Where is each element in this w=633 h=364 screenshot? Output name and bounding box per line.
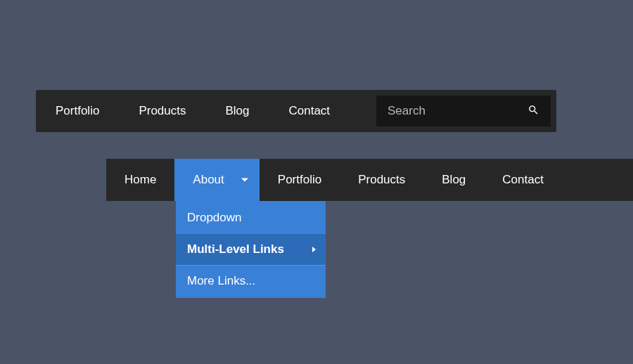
nav-link-portfolio[interactable]: Portfolio [36,90,119,132]
dropdown-menu: Dropdown Multi-Level Links More Links... [176,201,326,298]
search-box[interactable]: Search [376,96,551,126]
caret-down-icon [241,178,248,182]
search-icon[interactable] [528,104,539,119]
nav-link-about-label: About [193,173,224,187]
nav-link-about[interactable]: About [174,159,259,201]
dropdown-item-multilevel-label: Multi-Level Links [187,242,284,256]
dropdown-item-morelinks[interactable]: More Links... [176,265,326,298]
nav-links-top: Portfolio Products Blog Contact [36,90,350,132]
navbar-bottom: Home About Portfolio Products Blog Conta… [106,159,633,201]
nav-link-contact[interactable]: Contact [269,90,350,132]
nav-link-products[interactable]: Products [119,90,205,132]
nav-link-contact-2[interactable]: Contact [484,159,562,201]
nav-link-home[interactable]: Home [106,159,174,201]
caret-right-icon [312,247,316,252]
dropdown-item-multilevel[interactable]: Multi-Level Links [176,233,326,265]
nav-link-products-2[interactable]: Products [340,159,423,201]
nav-link-portfolio-2[interactable]: Portfolio [260,159,340,201]
search-placeholder: Search [388,104,426,118]
nav-link-blog-2[interactable]: Blog [423,159,484,201]
navbar-top: Portfolio Products Blog Contact Search [36,90,556,132]
dropdown-item-dropdown[interactable]: Dropdown [176,201,326,233]
nav-link-blog[interactable]: Blog [205,90,269,132]
